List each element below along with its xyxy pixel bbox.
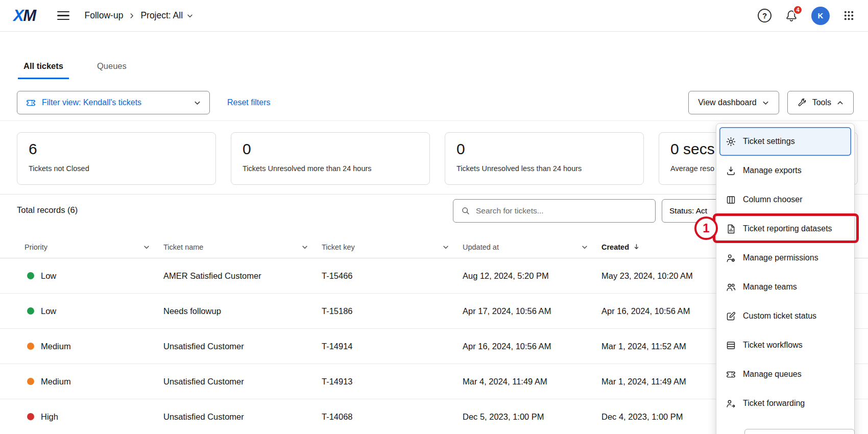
priority-dot <box>27 413 34 420</box>
status-filter-label: Status: Act <box>669 206 707 215</box>
view-dashboard-button[interactable]: View dashboard <box>688 91 779 114</box>
download-icon <box>726 165 736 176</box>
chevron-down-icon <box>762 99 769 107</box>
search-icon <box>461 206 471 216</box>
column-label: Created <box>601 243 629 251</box>
search-input[interactable] <box>476 206 648 215</box>
help-glyph: ? <box>762 11 767 20</box>
priority-value: Low <box>41 271 56 281</box>
updated-at: Apr 16, 2024, 10:56 AM <box>463 342 601 351</box>
stat-card-unresolved-more-24h: 0 Tickets Unresolved more than 24 hours <box>231 132 430 185</box>
menu-item-label: Ticket workflows <box>743 341 803 350</box>
partial-cutoff-element <box>744 429 855 434</box>
updated-at: Mar 4, 2024, 11:49 AM <box>463 377 601 387</box>
priority-dot <box>27 272 34 279</box>
stat-card-not-closed: 6 Tickets not Closed <box>17 132 216 185</box>
column-header-updated-at[interactable]: Updated at <box>463 243 601 251</box>
person-gear-icon <box>726 253 736 263</box>
avatar[interactable]: K <box>811 7 830 25</box>
updated-at: Aug 12, 2024, 5:20 PM <box>463 271 601 281</box>
ticket-icon <box>726 369 736 380</box>
chevron-down-icon <box>186 12 194 19</box>
menu-item-manage-teams[interactable]: Manage teams <box>719 273 851 301</box>
ticket-key: T-14914 <box>322 342 463 351</box>
ticket-name: AMER Satisfied Customer <box>163 271 322 281</box>
chevron-down-icon <box>194 99 201 107</box>
priority-dot <box>27 307 34 315</box>
total-records-label: Total records (6) <box>17 205 78 215</box>
menu-item-label: Ticket settings <box>743 137 795 146</box>
menu-item-manage-exports[interactable]: Manage exports <box>719 156 851 185</box>
tab-queues[interactable]: Queues <box>91 61 132 79</box>
priority-value: High <box>41 412 58 422</box>
menu-item-label: Custom ticket status <box>743 311 816 321</box>
ticket-icon <box>26 98 36 108</box>
priority-value: Low <box>41 306 56 316</box>
menu-item-label: Manage exports <box>743 166 802 175</box>
stat-value: 0 <box>243 140 418 158</box>
menu-item-ticket-reporting-datasets[interactable]: Ticket reporting datasets <box>719 214 851 243</box>
stat-label: Tickets Unresolved more than 24 hours <box>243 164 418 173</box>
avatar-initial: K <box>818 11 824 20</box>
ticket-key: T-14068 <box>322 412 463 422</box>
chevron-right-icon <box>128 12 135 19</box>
ticket-key: T-15466 <box>322 271 463 281</box>
app-grid-icon[interactable] <box>843 10 855 21</box>
breadcrumb: Follow-up Project: All <box>85 10 194 21</box>
xm-logo[interactable]: X M <box>13 7 36 25</box>
ticket-name: Needs followup <box>163 306 322 316</box>
people-icon <box>726 282 736 293</box>
sort-descending-icon <box>633 243 640 251</box>
wrench-icon <box>797 98 807 108</box>
divider <box>0 120 868 121</box>
stat-label: Tickets Unresolved less than 24 hours <box>456 164 632 173</box>
ticket-name: Unsatisfied Customer <box>163 377 322 387</box>
menu-item-label: Ticket forwarding <box>743 399 805 408</box>
chevron-down-icon <box>581 244 588 251</box>
stat-label: Tickets not Closed <box>29 164 204 173</box>
hamburger-menu-icon[interactable] <box>57 11 69 20</box>
breadcrumb-project-name[interactable]: Follow-up <box>85 10 124 21</box>
ticket-name: Unsatisfied Customer <box>163 342 322 351</box>
filter-view-dropdown[interactable]: Filter view: Kendall's tickets <box>17 91 210 114</box>
chevron-down-icon <box>442 244 449 251</box>
menu-item-ticket-settings[interactable]: Ticket settings <box>719 127 851 156</box>
filter-bar: Filter view: Kendall's tickets Reset fil… <box>17 91 854 114</box>
ticket-name: Unsatisfied Customer <box>163 412 322 422</box>
stat-value: 6 <box>29 140 204 158</box>
column-header-priority[interactable]: Priority <box>25 243 163 251</box>
breadcrumb-project-selector[interactable]: Project: All <box>140 10 194 21</box>
tools-label: Tools <box>812 98 831 107</box>
priority-dot <box>27 343 34 350</box>
menu-item-custom-ticket-status[interactable]: Custom ticket status <box>719 302 851 330</box>
notifications-button[interactable]: 4 <box>785 9 798 22</box>
chevron-down-icon <box>301 244 308 251</box>
topbar-actions: ? 4 K <box>758 7 855 25</box>
tab-all-tickets[interactable]: All tickets <box>18 61 69 79</box>
menu-item-column-chooser[interactable]: Column chooser <box>719 185 851 214</box>
menu-item-ticket-workflows[interactable]: Ticket workflows <box>719 331 851 359</box>
stat-value: 0 <box>456 140 632 158</box>
breadcrumb-project-label: Project: All <box>140 10 183 21</box>
menu-item-label: Manage teams <box>743 282 797 292</box>
chevron-up-icon <box>836 99 844 107</box>
tools-button[interactable]: Tools <box>787 91 854 114</box>
column-header-ticket-key[interactable]: Ticket key <box>322 243 463 251</box>
edit-icon <box>726 311 736 322</box>
column-label: Ticket key <box>322 243 355 251</box>
column-label: Ticket name <box>163 243 203 251</box>
rows-stack-icon <box>726 340 736 351</box>
help-icon[interactable]: ? <box>758 9 771 22</box>
filter-view-label: Filter view: Kendall's tickets <box>42 98 141 107</box>
priority-value: Medium <box>41 342 71 351</box>
person-forward-icon <box>726 398 736 409</box>
menu-item-manage-permissions[interactable]: Manage permissions <box>719 244 851 272</box>
top-bar: X M Follow-up Project: All ? <box>0 0 868 32</box>
column-header-ticket-name[interactable]: Ticket name <box>163 243 322 251</box>
menu-item-label: Manage queues <box>743 370 802 379</box>
gear-icon <box>726 136 736 147</box>
reset-filters-link[interactable]: Reset filters <box>227 98 270 107</box>
menu-item-manage-queues[interactable]: Manage queues <box>719 360 851 389</box>
updated-at: Dec 5, 2023, 1:00 PM <box>463 412 601 422</box>
menu-item-ticket-forwarding[interactable]: Ticket forwarding <box>719 389 851 418</box>
